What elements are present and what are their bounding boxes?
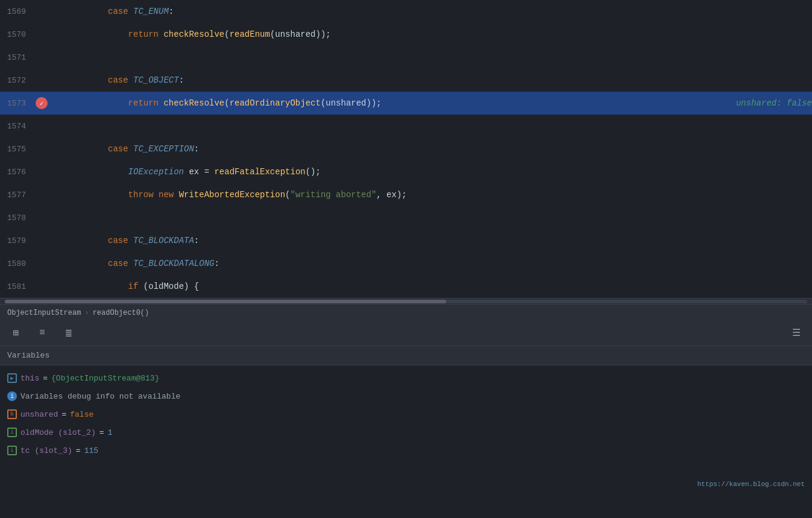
- var-bool-icon: b: [7, 409, 17, 419]
- line-number: 1577: [0, 191, 33, 200]
- breadcrumb-separator: ›: [84, 309, 89, 317]
- var-name: tc (slot_3): [20, 446, 72, 455]
- var-value: 115: [84, 446, 98, 455]
- scrollbar-thumb: [5, 300, 446, 303]
- line-number: 1575: [0, 145, 33, 154]
- code-line-1577: 1577 throw new WriteAbortedException("wr…: [0, 183, 812, 206]
- line-number: 1569: [0, 7, 33, 16]
- line-content: case TC_BLOCKDATALONG:: [105, 252, 812, 275]
- code-line-1572: 1572case TC_OBJECT:: [0, 69, 812, 92]
- var-operator: =: [61, 410, 66, 419]
- code-line-1578: 1578: [0, 206, 812, 229]
- breadcrumb: ObjectInputStream › readObject0(): [0, 304, 812, 320]
- bottom-bar: https://kaven.blog.csdn.net: [690, 477, 812, 491]
- code-editor: 1569case TC_ENUM:1570 return checkResolv…: [0, 0, 812, 320]
- var-operator: =: [99, 428, 104, 437]
- line-number: 1571: [0, 53, 33, 62]
- line-number: 1578: [0, 213, 33, 223]
- line-content: throw new WriteAbortedException("writing…: [105, 183, 812, 206]
- code-line-1580: 1580case TC_BLOCKDATALONG:: [0, 252, 812, 275]
- code-line-1581: 1581 if (oldMode) {: [0, 275, 812, 298]
- line-number: 1570: [0, 30, 33, 39]
- code-line-1579: 1579case TC_BLOCKDATA:: [0, 229, 812, 252]
- line-content: return checkResolve(readOrdinaryObject(u…: [105, 92, 724, 115]
- breakpoint-icon[interactable]: ✓: [36, 97, 48, 109]
- var-name: this: [20, 374, 39, 383]
- line-number: 1581: [0, 282, 33, 291]
- var-operator: =: [76, 446, 81, 455]
- site-link: https://kaven.blog.csdn.net: [697, 481, 805, 488]
- var-name: unshared: [20, 410, 58, 419]
- debug-panel: ⊞ ≡ ≣ ☰ Variables ▶this = {ObjectInputSt…: [0, 320, 812, 491]
- code-line-1570: 1570 return checkResolve(readEnum(unshar…: [0, 23, 812, 46]
- code-line-1569: 1569case TC_ENUM:: [0, 0, 812, 23]
- list-view-button[interactable]: ≡: [34, 324, 51, 341]
- line-content: case TC_ENUM:: [105, 0, 812, 23]
- var-int-icon: i: [7, 428, 17, 437]
- variable-item-oldMode[interactable]: ioldMode (slot_2) = 1: [0, 423, 812, 441]
- debug-toolbar: ⊞ ≡ ≣ ☰: [0, 320, 812, 346]
- line-content: if (oldMode) {: [105, 275, 812, 298]
- line-number: 1579: [0, 236, 33, 245]
- code-line-1575: 1575case TC_EXCEPTION:: [0, 137, 812, 160]
- line-number: 1573: [0, 99, 33, 108]
- line-content: case TC_EXCEPTION:: [105, 137, 812, 160]
- line-content: return checkResolve(readEnum(unshared));: [105, 23, 812, 46]
- var-value: {ObjectInputStream@813}: [51, 374, 159, 383]
- var-operator: =: [43, 374, 48, 383]
- var-expand-icon[interactable]: ▶: [7, 373, 17, 383]
- var-value: 1: [108, 428, 113, 437]
- line-content: case TC_OBJECT:: [105, 69, 812, 92]
- variable-item-unshared[interactable]: bunshared = false: [0, 405, 812, 423]
- line-content: IOException ex = readFatalException();: [105, 160, 812, 183]
- line-gutter: ✓: [33, 97, 105, 109]
- var-int-icon: i: [7, 446, 17, 455]
- variable-item-this[interactable]: ▶this = {ObjectInputStream@813}: [0, 369, 812, 387]
- code-line-1573: 1573✓ return checkResolve(readOrdinaryOb…: [0, 92, 812, 115]
- code-line-1571: 1571: [0, 46, 812, 69]
- variables-panel-header: Variables: [0, 346, 812, 365]
- horizontal-scrollbar[interactable]: [0, 298, 812, 304]
- scrollbar-track[interactable]: [5, 300, 807, 303]
- table-view-button[interactable]: ⊞: [7, 324, 24, 341]
- code-line-1574: 1574: [0, 115, 812, 137]
- var-debug-info: Variables debug info not available: [20, 392, 180, 401]
- variable-list: ▶this = {ObjectInputStream@813}iVariable…: [0, 365, 812, 463]
- var-value: false: [70, 410, 93, 419]
- line-number: 1572: [0, 76, 33, 85]
- collapse-button[interactable]: ≣: [60, 324, 77, 341]
- settings-button[interactable]: ☰: [788, 324, 805, 341]
- breadcrumb-class: ObjectInputStream: [7, 309, 81, 317]
- code-line-1576: 1576 IOException ex = readFatalException…: [0, 160, 812, 183]
- variables-panel-title: Variables: [7, 351, 49, 360]
- line-number: 1576: [0, 168, 33, 177]
- var-name: oldMode (slot_2): [20, 428, 96, 437]
- line-number: 1580: [0, 259, 33, 268]
- line-number: 1574: [0, 122, 33, 131]
- code-lines: 1569case TC_ENUM:1570 return checkResolv…: [0, 0, 812, 298]
- var-info-icon: i: [7, 391, 17, 401]
- inline-hint: unshared: false: [736, 98, 812, 108]
- breadcrumb-method: readObject0(): [93, 309, 149, 317]
- line-content: case TC_BLOCKDATA:: [105, 229, 812, 252]
- variable-item-tc[interactable]: itc (slot_3) = 115: [0, 441, 812, 460]
- variable-item-debug-info[interactable]: iVariables debug info not available: [0, 387, 812, 405]
- variables-panel: ▶this = {ObjectInputStream@813}iVariable…: [0, 365, 812, 491]
